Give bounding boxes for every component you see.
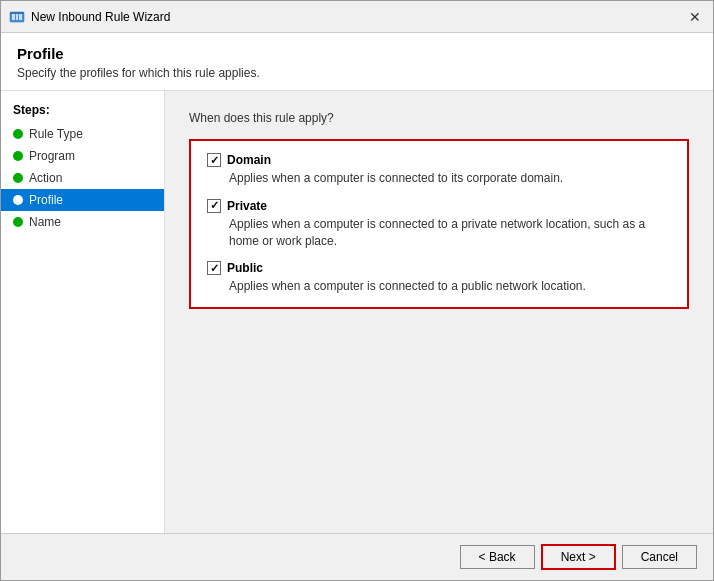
sidebar-item-program[interactable]: Program [1, 145, 164, 167]
page-title: Profile [17, 45, 697, 62]
option-domain: Domain Applies when a computer is connec… [207, 153, 671, 187]
svg-rect-3 [19, 14, 22, 20]
close-button[interactable]: ✕ [685, 7, 705, 27]
option-domain-label: Domain [227, 153, 271, 167]
step-dot-program [13, 151, 23, 161]
window-body: Steps: Rule Type Program Action Profile … [1, 91, 713, 533]
sidebar-item-label-rule-type: Rule Type [29, 127, 83, 141]
sidebar-item-label-profile: Profile [29, 193, 63, 207]
step-dot-profile [13, 195, 23, 205]
svg-rect-1 [12, 14, 15, 20]
checkbox-public[interactable] [207, 261, 221, 275]
title-bar: New Inbound Rule Wizard ✕ [1, 1, 713, 33]
option-private-label: Private [227, 199, 267, 213]
wizard-window: New Inbound Rule Wizard ✕ Profile Specif… [0, 0, 714, 581]
firewall-icon [9, 9, 25, 25]
footer: < Back Next > Cancel [1, 533, 713, 580]
window-header: Profile Specify the profiles for which t… [1, 33, 713, 91]
option-private-label-row: Private [207, 199, 671, 213]
step-dot-name [13, 217, 23, 227]
option-domain-label-row: Domain [207, 153, 671, 167]
cancel-button[interactable]: Cancel [622, 545, 697, 569]
sidebar-item-label-action: Action [29, 171, 62, 185]
sidebar-item-label-name: Name [29, 215, 61, 229]
option-domain-desc: Applies when a computer is connected to … [207, 170, 671, 187]
checkbox-domain[interactable] [207, 153, 221, 167]
page-subtitle: Specify the profiles for which this rule… [17, 66, 697, 80]
option-private-desc: Applies when a computer is connected to … [207, 216, 671, 250]
option-public-label-row: Public [207, 261, 671, 275]
option-public: Public Applies when a computer is connec… [207, 261, 671, 295]
option-public-desc: Applies when a computer is connected to … [207, 278, 671, 295]
svg-rect-4 [10, 12, 24, 14]
next-button[interactable]: Next > [541, 544, 616, 570]
step-dot-rule-type [13, 129, 23, 139]
sidebar-steps-label: Steps: [1, 103, 164, 123]
sidebar-item-rule-type[interactable]: Rule Type [1, 123, 164, 145]
option-public-label: Public [227, 261, 263, 275]
sidebar: Steps: Rule Type Program Action Profile … [1, 91, 165, 533]
checkbox-private[interactable] [207, 199, 221, 213]
sidebar-item-label-program: Program [29, 149, 75, 163]
option-private: Private Applies when a computer is conne… [207, 199, 671, 250]
sidebar-item-action[interactable]: Action [1, 167, 164, 189]
sidebar-item-name[interactable]: Name [1, 211, 164, 233]
svg-rect-2 [16, 14, 18, 20]
step-dot-action [13, 173, 23, 183]
main-content: When does this rule apply? Domain Applie… [165, 91, 713, 533]
title-bar-left: New Inbound Rule Wizard [9, 9, 170, 25]
sidebar-item-profile[interactable]: Profile [1, 189, 164, 211]
question-text: When does this rule apply? [189, 111, 689, 125]
title-bar-title: New Inbound Rule Wizard [31, 10, 170, 24]
options-box: Domain Applies when a computer is connec… [189, 139, 689, 309]
back-button[interactable]: < Back [460, 545, 535, 569]
